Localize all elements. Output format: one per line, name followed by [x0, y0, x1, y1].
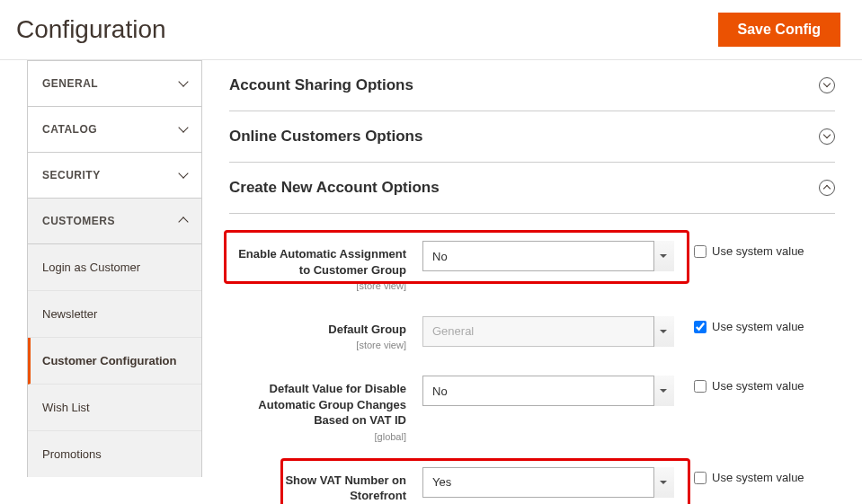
use-system-value-toggle[interactable]: Use system value [694, 471, 835, 486]
field-label: Default Group [store view] [229, 316, 422, 352]
field-scope: [global] [229, 430, 406, 444]
save-config-button[interactable]: Save Config [718, 13, 840, 47]
section-body-create-new-account: Enable Automatic Assignment to Customer … [229, 214, 835, 504]
default-disable-auto-group-select[interactable]: No [422, 376, 674, 406]
nav-group-label: CUSTOMERS [42, 215, 115, 227]
section-online-customers[interactable]: Online Customers Options [229, 111, 835, 163]
field-control: No [422, 376, 674, 406]
field-label: Show VAT Number on Storefront [website] [229, 467, 422, 504]
field-enable-automatic-assignment: Enable Automatic Assignment to Customer … [229, 241, 835, 293]
nav-group-general[interactable]: GENERAL [27, 60, 202, 107]
nav-sub-customers: Login as Customer Newsletter Customer Co… [27, 244, 202, 477]
field-label-text: Show VAT Number on Storefront [285, 473, 406, 503]
nav-group-catalog[interactable]: CATALOG [27, 107, 202, 153]
use-system-value-checkbox[interactable] [694, 472, 706, 484]
nav-group-security[interactable]: SECURITY [27, 153, 202, 199]
use-system-value-toggle[interactable]: Use system value [694, 244, 835, 260]
chevron-up-icon [178, 217, 188, 226]
field-label-text: Enable Automatic Assignment to Customer … [238, 247, 406, 277]
field-label: Default Value for Disable Automatic Grou… [229, 376, 422, 443]
enable-automatic-assignment-select[interactable]: No [422, 241, 674, 271]
field-default-group: Default Group [store view] General Use s… [229, 316, 835, 352]
field-control: General [422, 316, 674, 347]
page-title: Configuration [16, 15, 166, 44]
show-vat-number-select[interactable]: Yes [422, 467, 674, 498]
section-account-sharing[interactable]: Account Sharing Options [229, 73, 835, 111]
use-system-value-toggle[interactable]: Use system value [694, 379, 835, 394]
field-label-text: Default Group [328, 323, 406, 336]
use-system-value-checkbox[interactable] [694, 380, 706, 393]
use-system-value-label: Use system value [712, 471, 804, 486]
nav-item-wish-list[interactable]: Wish List [28, 385, 201, 431]
field-control: No [422, 241, 674, 271]
collapse-icon [819, 180, 835, 196]
field-show-vat-number: Show VAT Number on Storefront [website] … [229, 467, 835, 504]
nav-group-label: CATALOG [42, 123, 97, 136]
field-label-text: Default Value for Disable Automatic Grou… [258, 382, 406, 427]
field-label: Enable Automatic Assignment to Customer … [229, 241, 422, 293]
nav-group-label: GENERAL [42, 77, 98, 90]
chevron-down-icon [178, 76, 188, 86]
field-scope: [store view] [229, 339, 406, 352]
field-scope: [store view] [229, 279, 406, 293]
field-default-disable-auto-group-vat: Default Value for Disable Automatic Grou… [229, 376, 835, 443]
sidebar: GENERAL CATALOG SECURITY CUSTOMERS Login… [0, 60, 202, 504]
use-system-value-label: Use system value [712, 244, 804, 260]
nav-item-newsletter[interactable]: Newsletter [28, 291, 201, 338]
chevron-down-icon [178, 122, 188, 132]
default-group-select: General [422, 316, 674, 347]
use-system-value-toggle[interactable]: Use system value [694, 320, 835, 335]
use-system-value-label: Use system value [712, 320, 804, 335]
expand-icon [819, 128, 835, 145]
use-system-value-checkbox[interactable] [694, 245, 706, 258]
section-title: Create New Account Options [229, 179, 440, 197]
use-system-value-label: Use system value [712, 379, 804, 394]
section-title: Account Sharing Options [229, 76, 413, 94]
nav-group-label: SECURITY [42, 169, 101, 181]
use-system-value-checkbox[interactable] [694, 321, 706, 333]
nav-item-login-as-customer[interactable]: Login as Customer [28, 244, 201, 291]
expand-icon [819, 77, 835, 93]
section-create-new-account[interactable]: Create New Account Options [229, 163, 835, 214]
field-control: Yes To show VAT number on Storefront, se… [422, 467, 674, 504]
nav-item-customer-configuration[interactable]: Customer Configuration [28, 338, 201, 385]
section-title: Online Customers Options [229, 128, 422, 146]
chevron-down-icon [178, 168, 188, 178]
nav-group-customers[interactable]: CUSTOMERS [27, 199, 202, 244]
content-area: Account Sharing Options Online Customers… [202, 60, 862, 504]
nav-item-promotions[interactable]: Promotions [28, 431, 201, 477]
